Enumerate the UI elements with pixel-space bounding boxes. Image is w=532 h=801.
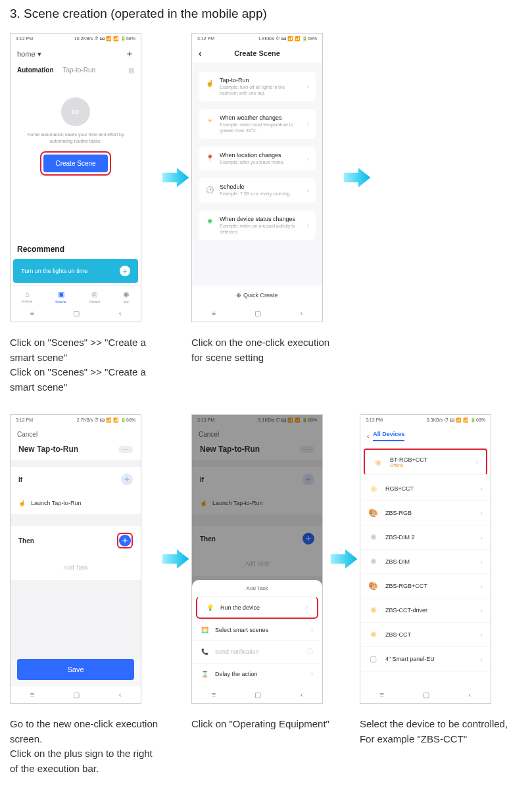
status-right: 5.1KB/s ⏱ ✉ 📶 📶 🔋68% <box>258 418 317 423</box>
add-task-placeholder: Add Task <box>192 551 322 576</box>
chevron-icon: › <box>307 187 309 194</box>
device-rgb-cct[interactable]: ◉RGB+CCT› <box>360 477 491 501</box>
back-icon[interactable]: ‹ <box>367 433 369 440</box>
sheet-run-device[interactable]: 💡Run the device› <box>196 596 318 619</box>
sun-icon: ☀ <box>205 116 214 125</box>
tab-all-devices[interactable]: All Devices <box>373 431 404 441</box>
option-tap-to-run[interactable]: ☝Tap-to-RunExample: turn off all lights … <box>199 72 316 101</box>
recommend-card[interactable]: Turn on the lights on time ＋ <box>13 259 138 283</box>
plus-icon[interactable]: ＋ <box>120 266 130 276</box>
smart-icon: ◎ <box>91 290 98 299</box>
status-right: 16.2KB/s ⏱ ✉ 📶 📶 🔋68% <box>74 36 135 41</box>
device-bt-rgb-cct[interactable]: ◉BT-RGB+CCTOffline› <box>364 449 487 475</box>
save-button[interactable]: Save <box>17 659 134 680</box>
option-device-status[interactable]: ✱When device status changesExample: when… <box>199 210 316 240</box>
caption-4: Click on "Operating Equipment" <box>191 717 329 732</box>
scene-icon: ▣ <box>58 290 64 299</box>
device-label: ZBS-RGB+CCT <box>385 583 427 589</box>
tab-automation[interactable]: Automation <box>17 66 54 74</box>
status-time: 3:12 PM <box>16 418 33 423</box>
caption-5: Select the device to be controlled, For … <box>360 717 511 746</box>
opt-title: Schedule <box>220 183 302 190</box>
home-dropdown[interactable]: home ▾ <box>17 50 41 59</box>
arrow-icon <box>161 33 191 322</box>
automation-hint: Home automation saves your time and effo… <box>11 132 141 145</box>
rgb-icon: 🎨 <box>368 508 379 518</box>
chevron-icon: › <box>481 510 483 517</box>
link-icon: ∞ <box>61 97 90 126</box>
add-if-icon: ＋ <box>302 473 314 485</box>
clock-icon: 🕒 <box>205 185 214 194</box>
add-icon[interactable]: ＋ <box>125 48 134 60</box>
nav-scene[interactable]: ▣Scene <box>55 290 66 304</box>
arrow-icon <box>343 33 373 322</box>
list-icon[interactable]: ▤ <box>128 66 134 74</box>
chevron-icon: › <box>306 604 308 611</box>
device-zbs-dim-2[interactable]: ✺ZBS-DIM 2› <box>360 525 491 550</box>
sheet-title: Add Task <box>192 580 322 596</box>
chevron-icon: › <box>481 631 483 639</box>
then-label: Then <box>18 537 34 545</box>
screenshot-1: 3:12 PM16.2KB/s ⏱ ✉ 📶 📶 🔋68% home ▾ ＋ Au… <box>10 33 141 322</box>
caption-2: Click on the one-click execution for sce… <box>191 335 343 365</box>
cancel-button[interactable]: Cancel <box>11 425 141 443</box>
pin-icon: 📍 <box>205 153 214 162</box>
nav-home[interactable]: ⌂Home <box>22 290 32 304</box>
nav-me[interactable]: ◉Me <box>123 290 130 304</box>
system-nav: ≡▢‹ <box>192 687 322 703</box>
option-weather[interactable]: ☀When weather changesExample: when local… <box>199 109 316 139</box>
dim-icon: ✺ <box>368 532 379 543</box>
opt-sub: Example: 7:00 a.m. every morning. <box>220 191 302 197</box>
chevron-icon: › <box>481 583 483 590</box>
create-scene-title: Create Scene <box>234 49 280 57</box>
dim-icon: ✺ <box>368 556 379 567</box>
chevron-icon: › <box>481 607 483 614</box>
device-smart-panel[interactable]: ▢4" Smart panel-EU› <box>360 647 491 671</box>
page-title: 3. Scene creation (operated in the mobil… <box>10 7 522 21</box>
opt-title: Tap-to-Run <box>220 77 302 84</box>
new-tap-title: New Tap-to-Run <box>18 445 78 454</box>
opt-title: When device status changes <box>220 216 302 222</box>
screenshot-2: 3:12 PM1.9KB/s ⏱ ✉ 📶 📶 🔋68% ‹ Create Sce… <box>191 33 323 322</box>
launch-row: ☝Launch Tap-to-Run <box>11 492 141 514</box>
bolt-icon: ✱ <box>205 217 214 226</box>
home-icon: ⌂ <box>25 290 30 298</box>
bulb-icon: 💡 <box>206 604 214 611</box>
caption-1: Click on "Scenes" >> "Create a smart sce… <box>10 335 161 395</box>
quick-create[interactable]: ⊕ Quick Create <box>192 285 322 305</box>
option-location[interactable]: 📍When location changesExample: after you… <box>199 147 316 170</box>
add-then-icon[interactable]: ＋ <box>119 535 131 546</box>
tap-icon: ☝ <box>18 500 26 506</box>
nav-smart[interactable]: ◎Smart <box>89 290 100 304</box>
tab-tap-to-run[interactable]: Tap-to-Run <box>63 66 95 74</box>
device-status: Offline <box>390 463 427 468</box>
create-scene-button[interactable]: Create Scene <box>43 155 107 172</box>
sheet-label: Delay the action <box>215 671 258 677</box>
system-nav: ≡▢‹ <box>360 687 491 703</box>
add-if-icon[interactable]: ＋ <box>121 473 133 485</box>
more-icon[interactable]: ⋯ <box>118 446 133 453</box>
add-task-placeholder: Add Task <box>11 555 141 580</box>
device-zbs-dim[interactable]: ✺ZBS-DIM› <box>360 550 491 574</box>
more-icon: ⋯ <box>300 446 314 453</box>
chevron-icon: › <box>481 656 483 663</box>
sheet-smart-scenes[interactable]: 🌅Select smart scenes› <box>192 619 322 640</box>
device-zbs-cct[interactable]: ✺ZBS-CCT› <box>360 623 491 647</box>
sheet-label: Select smart scenes <box>215 627 268 633</box>
device-zbs-rgb-cct[interactable]: 🎨ZBS-RGB+CCT› <box>360 574 491 598</box>
bulb-icon: ◉ <box>373 457 383 468</box>
info-icon: ⓘ <box>306 647 313 656</box>
status-time: 3:12 PM <box>16 36 33 41</box>
new-tap-title: New Tap-to-Run <box>200 445 260 454</box>
device-zbs-rgb[interactable]: 🎨ZBS-RGB› <box>360 501 491 525</box>
sheet-delay[interactable]: ⌛Delay the action› <box>192 663 322 684</box>
if-label: If <box>200 476 204 483</box>
system-nav: ≡▢‹ <box>11 305 141 322</box>
back-icon[interactable]: ‹ <box>199 48 202 59</box>
option-schedule[interactable]: 🕒ScheduleExample: 7:00 a.m. every mornin… <box>199 178 316 202</box>
phone-icon: 📞 <box>201 648 208 655</box>
arrow-icon <box>161 414 191 704</box>
status-time: 3:13 PM <box>197 418 214 423</box>
nav-scene-label: Scene <box>55 300 66 304</box>
device-zbs-cct-driver[interactable]: ✺ZBS-CCT-driver› <box>360 598 491 623</box>
